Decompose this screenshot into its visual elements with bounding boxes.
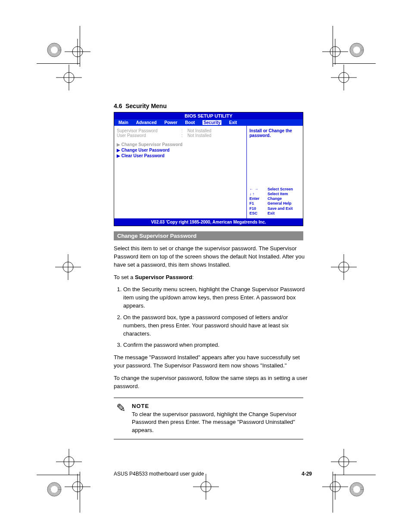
user-password-value: Not Installed [187, 133, 212, 138]
footer-page-number: 4-29 [302, 471, 312, 477]
bios-tab-main[interactable]: Main [118, 120, 128, 125]
step-item: On the Security menu screen, highlight t… [123, 286, 312, 310]
bios-left-pane: Supervisor Password : Not Installed User… [114, 126, 247, 218]
user-password-label: User Password [117, 133, 181, 138]
body-paragraph: The message "Password Installed" appears… [114, 354, 312, 370]
supervisor-password-label: Supervisor Password [117, 128, 181, 133]
svg-point-29 [49, 484, 59, 495]
bios-nav-help: ← →Select Screen ↓ ↑Select Item EnterCha… [249, 187, 300, 216]
triangle-right-icon: ▶ [117, 142, 120, 147]
page-content: 4.6 Security Menu BIOS SETUP UTILITY Mai… [114, 103, 312, 446]
bios-footer: V02.03 'Copy right 1985-2000, American M… [114, 218, 303, 226]
footer-left: ASUS P4B533 motherboard user guide [114, 471, 204, 477]
steps-list: On the Security menu screen, highlight t… [114, 286, 312, 349]
registration-crosshair-icon [65, 39, 90, 65]
bios-tab-power[interactable]: Power [165, 120, 177, 125]
svg-point-1 [49, 45, 59, 55]
svg-point-40 [352, 484, 362, 495]
crop-line [333, 26, 333, 67]
crop-line [80, 26, 80, 67]
step-item: Confirm the password when prompted. [123, 341, 312, 349]
menu-change-supervisor-password[interactable]: ▶ Change Supervisor Password [117, 142, 244, 147]
body-paragraph: Select this item to set or change the su… [114, 245, 312, 269]
registration-crosshair-icon [322, 474, 348, 500]
pencil-note-icon: ✎ [116, 402, 126, 435]
registration-crosshair-icon [322, 39, 348, 65]
registration-crosshair-icon [331, 65, 357, 90]
registration-globe-icon [349, 42, 364, 58]
registration-crosshair-icon [331, 254, 357, 280]
step-item: On the password box, type a password com… [123, 314, 312, 338]
bios-tab-exit[interactable]: Exit [229, 120, 237, 125]
body-paragraph: To change the supervisor password, follo… [114, 374, 312, 391]
menu-clear-user-password[interactable]: ▶ Clear User Password [117, 153, 244, 158]
bios-tab-boot[interactable]: Boot [185, 120, 195, 125]
note-text: To clear the supervisor password, highli… [132, 411, 301, 435]
crop-line [333, 63, 376, 64]
bios-tab-security[interactable]: Security [202, 120, 221, 125]
crop-line [37, 63, 80, 64]
registration-crosshair-icon [56, 65, 82, 90]
note-box: ✎ NOTE To clear the supervisor password,… [114, 398, 303, 439]
registration-crosshair-icon [331, 449, 357, 475]
page-footer: ASUS P4B533 motherboard user guide 4-29 [114, 471, 312, 477]
bios-right-pane: Install or Change the password. ← →Selec… [247, 126, 303, 218]
triangle-right-icon: ▶ [117, 153, 120, 158]
note-label: NOTE [132, 402, 301, 411]
supervisor-password-value: Not Installed [187, 128, 212, 133]
registration-globe-icon [47, 42, 62, 58]
subsection-heading: Change Supervisor Password [114, 231, 303, 240]
menu-change-user-password[interactable]: ▶ Change User Password [117, 148, 244, 152]
registration-globe-icon [349, 482, 364, 497]
registration-globe-icon [47, 482, 62, 497]
bios-tab-advanced[interactable]: Advanced [136, 120, 157, 125]
bios-context-help: Install or Change the password. [249, 128, 300, 138]
triangle-right-icon: ▶ [117, 148, 120, 152]
registration-crosshair-icon [56, 449, 82, 475]
section-number: 4.6 Security Menu [114, 103, 312, 109]
bios-title-bar: BIOS SETUP UTILITY [114, 112, 303, 119]
bios-tab-row: Main Advanced Power Boot Security Exit [114, 119, 303, 126]
registration-crosshair-icon [65, 474, 90, 500]
body-paragraph: To set a Supervisor Password: [114, 274, 312, 282]
bios-screenshot: BIOS SETUP UTILITY Main Advanced Power B… [114, 112, 303, 226]
registration-crosshair-icon [193, 474, 219, 500]
svg-point-9 [352, 45, 362, 55]
registration-crosshair-icon [55, 254, 81, 280]
